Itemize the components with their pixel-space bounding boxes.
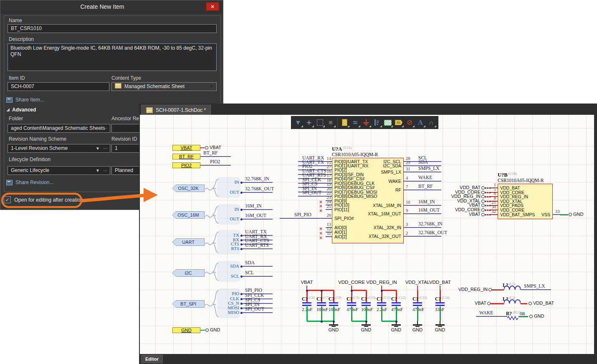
ground-wire[interactable] — [381, 306, 382, 321]
signal-wire[interactable] — [242, 312, 273, 313]
power-port-circle[interactable] — [205, 329, 209, 332]
chevron-down-icon[interactable]: ▼ — [96, 144, 100, 152]
capacitor-value[interactable]: 100nF — [329, 307, 340, 312]
capacitor-value[interactable]: 470nF — [391, 307, 403, 312]
capacitor-designator[interactable]: C?(C9) — [347, 296, 359, 301]
ground-label[interactable]: GND — [432, 327, 448, 332]
harness-connector[interactable]: BT_SPI — [172, 300, 205, 308]
net-label[interactable]: SPI_PIO — [294, 212, 311, 217]
harness-signal-name[interactable]: SDA — [221, 263, 239, 268]
port-wire[interactable] — [200, 156, 231, 157]
ground-wire[interactable] — [351, 306, 352, 321]
ground-label[interactable]: GND — [325, 327, 342, 332]
sheet-port[interactable]: GND — [172, 327, 200, 333]
capacitor-value[interactable]: 100nF — [316, 307, 328, 312]
item-id-input[interactable]: SCH-0007 — [8, 82, 109, 91]
move-icon[interactable]: + — [304, 117, 314, 128]
pin-wire[interactable] — [404, 227, 441, 228]
chevron-down-icon[interactable]: ▼ — [96, 167, 100, 174]
harness-connector[interactable]: OSC_32K — [172, 185, 205, 192]
schematic-canvas[interactable]: ▼+≡≈D1⊘A∩ VBATVBATBT_RFBT_RFPIO2PIO2GNDG… — [140, 115, 594, 354]
power-port-circle[interactable] — [569, 213, 572, 216]
net-label[interactable]: SMPS_LX — [418, 166, 440, 171]
power-port-circle[interactable] — [205, 146, 208, 149]
power-wire[interactable] — [417, 286, 418, 290]
port-wire[interactable] — [200, 165, 231, 166]
signal-wire[interactable] — [521, 289, 551, 290]
pin-wire[interactable] — [326, 236, 332, 237]
signal-wire[interactable] — [242, 192, 273, 193]
power-net-label[interactable]: VBAT — [435, 212, 481, 217]
text-icon[interactable]: A — [415, 117, 426, 128]
power-port-circle[interactable] — [488, 288, 492, 291]
gnd-stem[interactable] — [417, 321, 418, 324]
description-input[interactable]: Bluetooth Low Energy Single-mode IC, 64K… — [8, 43, 217, 71]
signal-wire[interactable] — [242, 276, 273, 277]
net-label[interactable]: PIO2 — [210, 159, 220, 164]
pin-wire[interactable] — [404, 236, 441, 237]
capacitor-designator[interactable]: C?(C6) — [302, 296, 315, 301]
capacitor-designator[interactable]: C?(C10) — [361, 296, 376, 301]
gnd-stem[interactable] — [396, 321, 397, 324]
sheet-port[interactable]: BT_RF — [172, 154, 200, 159]
power-port-circle[interactable] — [529, 315, 533, 318]
net-label[interactable]: SMPS_LX — [524, 283, 545, 288]
editor-tab[interactable]: Editor — [141, 355, 163, 363]
harness-signal-name[interactable]: OUT — [221, 190, 239, 195]
name-input[interactable]: BT_CSR1010 — [8, 24, 217, 33]
power-net-label[interactable]: GND — [573, 212, 583, 217]
ground-wire[interactable] — [321, 306, 322, 321]
harness-signal-name[interactable]: IN — [221, 179, 239, 185]
wire-icon[interactable]: ≈ — [350, 117, 361, 128]
power-net-label[interactable]: GND — [210, 327, 220, 332]
ground-wire[interactable] — [333, 306, 334, 321]
close-icon[interactable]: × — [206, 2, 219, 11]
ground-bus[interactable] — [352, 321, 366, 322]
document-tab[interactable]: SCH-0007-1.SchDoc * — [141, 105, 211, 115]
capacitor-designator[interactable]: C?(C7) — [316, 296, 329, 301]
ground-bus[interactable] — [382, 321, 396, 322]
designator-icon[interactable]: D1 — [393, 117, 404, 128]
net-label[interactable]: 32.768K_OUT — [418, 230, 447, 235]
power-bus[interactable] — [352, 290, 366, 291]
component-part-number[interactable]: CSR1010A05-IQQM-R — [332, 152, 378, 157]
sheet-port[interactable]: VBAT — [172, 145, 200, 151]
harness-signal-name[interactable]: PIO — [221, 291, 239, 296]
net-label[interactable]: BT_RF — [418, 184, 433, 189]
port-wire[interactable] — [200, 147, 205, 149]
net-label[interactable]: WAKE — [479, 310, 493, 315]
ground-label[interactable]: GND — [388, 327, 405, 332]
advanced-section-toggle[interactable]: Advanced — [6, 107, 36, 113]
pin-wire[interactable] — [404, 181, 441, 182]
power-rail-label[interactable]: VBAT — [290, 280, 324, 285]
probe-icon[interactable] — [372, 117, 382, 128]
capacitor-value[interactable]: 100nF — [361, 307, 373, 312]
net-label[interactable]: BT_RF — [203, 150, 218, 155]
net-label[interactable]: UART_RTS — [245, 243, 269, 248]
component-designator[interactable]: U?B(U1B) — [498, 172, 517, 178]
net-label[interactable]: SDA — [245, 260, 255, 265]
harness-signal-name[interactable]: MISO — [221, 310, 239, 315]
power-port-circle[interactable] — [529, 302, 532, 305]
harness-signal-name[interactable]: OUT — [221, 216, 239, 221]
power-bus[interactable] — [382, 290, 396, 291]
ground-wire[interactable] — [560, 214, 568, 215]
ground-wire[interactable] — [519, 316, 528, 317]
share-revision-link[interactable]: Share Revision... — [6, 179, 53, 185]
no-erc-icon[interactable]: ⊘ — [404, 117, 415, 128]
gnd-stem[interactable] — [366, 321, 367, 324]
net-label[interactable]: SPI_PIO — [245, 288, 262, 293]
power-port-icon[interactable] — [361, 117, 372, 128]
harness-signal-name[interactable]: IN — [221, 207, 239, 212]
ground-wire[interactable] — [366, 306, 367, 321]
net-label[interactable]: WAKE — [418, 175, 432, 180]
net-label[interactable]: 32.768K_IN — [245, 176, 269, 181]
capacitor-designator[interactable]: C?(C13) — [412, 296, 427, 301]
resistor-value[interactable]: 0R — [520, 311, 525, 316]
power-wire[interactable] — [492, 289, 504, 291]
component-icon[interactable] — [337, 117, 350, 128]
ground-wire[interactable] — [417, 306, 418, 321]
chevron-down-icon[interactable]: ▼ — [210, 83, 213, 91]
net-label[interactable]: 16M_IN — [418, 199, 435, 204]
signal-wire[interactable] — [242, 219, 273, 220]
